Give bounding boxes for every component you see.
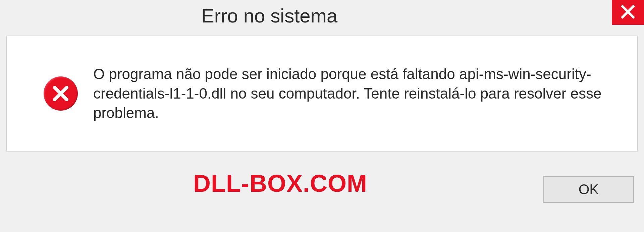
dialog-title: Erro no sistema [201, 4, 337, 27]
error-message: O programa não pode ser iniciado porque … [93, 64, 617, 123]
content-panel: O programa não pode ser iniciado porque … [6, 36, 638, 152]
footer: DLL-BOX.COM OK [0, 168, 634, 211]
ok-button[interactable]: OK [543, 176, 634, 203]
titlebar: Erro no sistema [0, 0, 644, 31]
watermark-text: DLL-BOX.COM [193, 170, 367, 197]
close-button[interactable] [612, 0, 644, 25]
close-icon [621, 4, 635, 20]
error-icon [44, 76, 78, 111]
